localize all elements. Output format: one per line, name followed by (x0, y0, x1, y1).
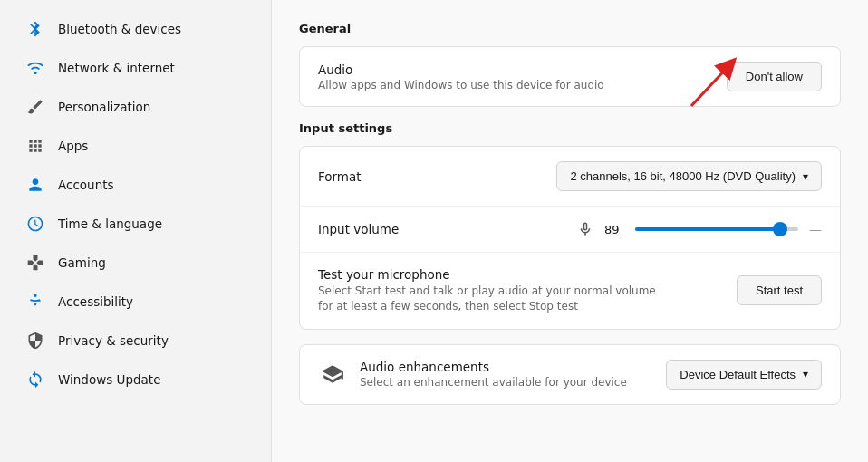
sidebar: Bluetooth & devices Network & internet P… (0, 0, 272, 462)
sidebar-label-bluetooth: Bluetooth & devices (58, 22, 181, 36)
audio-enhancements-card: Audio enhancements Select an enhancement… (299, 344, 841, 405)
sidebar-item-network[interactable]: Network & internet (7, 49, 264, 87)
accounts-icon (25, 175, 45, 195)
input-settings-title: Input settings (299, 121, 841, 135)
format-dropdown[interactable]: 2 channels, 16 bit, 48000 Hz (DVD Qualit… (556, 161, 822, 191)
sidebar-label-privacy: Privacy & security (58, 333, 169, 348)
update-icon (25, 370, 45, 390)
audio-info: Audio Allow apps and Windows to use this… (318, 63, 604, 91)
slider-end-dash: — (809, 222, 822, 236)
gaming-icon (25, 253, 45, 273)
slider-thumb (773, 222, 787, 236)
sidebar-label-gaming: Gaming (58, 255, 106, 270)
sidebar-label-update: Windows Update (58, 372, 160, 387)
audio-label: Audio (318, 63, 604, 77)
sidebar-item-personalization[interactable]: Personalization (7, 88, 264, 126)
enhancements-row: Audio enhancements Select an enhancement… (300, 345, 840, 404)
sidebar-item-accessibility[interactable]: Accessibility (7, 283, 264, 321)
chevron-down-icon-2: ▾ (803, 368, 808, 380)
sidebar-label-accounts: Accounts (58, 178, 114, 192)
brush-icon (25, 97, 45, 117)
enhancements-label: Audio enhancements (360, 360, 627, 374)
format-value: 2 channels, 16 bit, 48000 Hz (DVD Qualit… (570, 169, 796, 183)
volume-number: 89 (604, 223, 624, 236)
privacy-icon (25, 331, 45, 351)
format-row: Format 2 channels, 16 bit, 48000 Hz (DVD… (300, 147, 840, 206)
enhancements-value: Device Default Effects (680, 368, 796, 381)
chevron-down-icon: ▾ (803, 170, 808, 183)
start-test-button[interactable]: Start test (737, 275, 822, 305)
enhancements-sublabel: Select an enhancement available for your… (360, 376, 627, 389)
sidebar-label-apps: Apps (58, 139, 88, 153)
sidebar-item-gaming[interactable]: Gaming (7, 244, 264, 282)
enhancements-left: Audio enhancements Select an enhancement… (318, 360, 627, 389)
general-title: General (299, 22, 841, 35)
sidebar-item-time[interactable]: Time & language (7, 205, 264, 243)
audio-sublabel: Allow apps and Windows to use this devic… (318, 79, 604, 91)
volume-controls: 89 — (577, 221, 822, 237)
dont-allow-button[interactable]: Don't allow (727, 62, 822, 91)
sidebar-item-bluetooth[interactable]: Bluetooth & devices (7, 10, 264, 48)
sidebar-item-privacy[interactable]: Privacy & security (7, 322, 264, 360)
test-info: Test your microphone Select Start test a… (318, 267, 662, 314)
audio-enhancements-icon (318, 360, 347, 389)
enhancements-text: Audio enhancements Select an enhancement… (360, 360, 627, 389)
enhancements-dropdown[interactable]: Device Default Effects ▾ (666, 360, 822, 390)
sidebar-label-network: Network & internet (58, 61, 175, 75)
input-volume-row: Input volume 89 — (300, 206, 840, 252)
test-microphone-row: Test your microphone Select Start test a… (300, 252, 840, 329)
sidebar-label-personalization: Personalization (58, 100, 150, 114)
sidebar-item-update[interactable]: Windows Update (7, 361, 264, 399)
bluetooth-icon (25, 19, 45, 39)
sidebar-item-apps[interactable]: Apps (7, 127, 264, 165)
test-label: Test your microphone (318, 267, 662, 282)
time-icon (25, 214, 45, 234)
volume-slider[interactable] (635, 227, 798, 231)
audio-card: Audio Allow apps and Windows to use this… (299, 46, 841, 107)
sidebar-item-accounts[interactable]: Accounts (7, 166, 264, 204)
slider-fill (635, 227, 780, 231)
apps-icon (25, 136, 45, 156)
sidebar-label-time: Time & language (58, 217, 162, 231)
network-icon (25, 58, 45, 78)
input-settings-card: Format 2 channels, 16 bit, 48000 Hz (DVD… (299, 146, 841, 330)
main-content: General Audio Allow apps and Windows to … (272, 0, 868, 462)
audio-row: Audio Allow apps and Windows to use this… (300, 47, 840, 106)
microphone-icon (577, 221, 593, 237)
accessibility-icon (25, 292, 45, 312)
input-settings-section: Input settings Format 2 channels, 16 bit… (299, 121, 841, 405)
sidebar-label-accessibility: Accessibility (58, 294, 133, 309)
general-section: General Audio Allow apps and Windows to … (299, 22, 841, 107)
input-volume-label: Input volume (318, 222, 399, 236)
format-label: Format (318, 169, 362, 184)
test-sublabel: Select Start test and talk or play audio… (318, 284, 662, 314)
